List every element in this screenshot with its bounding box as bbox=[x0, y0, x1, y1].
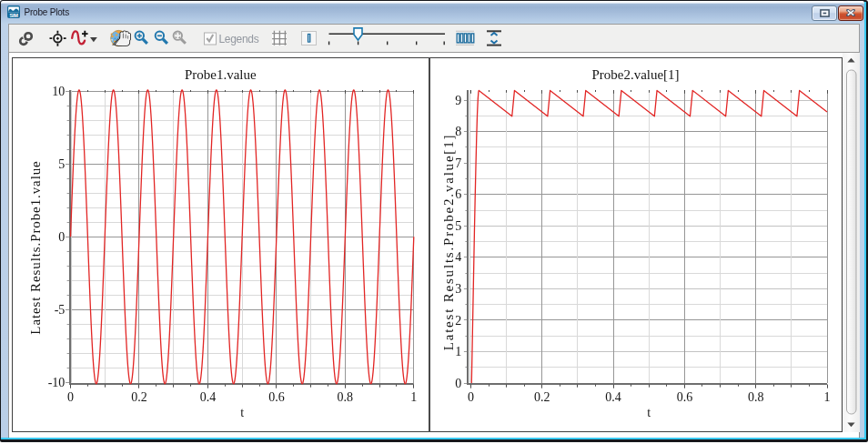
svg-text:10: 10 bbox=[52, 85, 65, 98]
svg-text:-5: -5 bbox=[55, 303, 66, 317]
svg-text:0: 0 bbox=[58, 230, 65, 244]
svg-text:1: 1 bbox=[824, 390, 831, 404]
svg-text:1: 1 bbox=[410, 390, 417, 404]
svg-text:0: 0 bbox=[468, 390, 474, 404]
svg-text:0.8: 0.8 bbox=[338, 390, 354, 404]
svg-text:0.2: 0.2 bbox=[534, 390, 550, 404]
svg-text:t: t bbox=[647, 406, 651, 419]
svg-text:SIM: SIM bbox=[9, 13, 18, 18]
svg-text:9: 9 bbox=[455, 94, 461, 107]
svg-text:Probe2.value[1]: Probe2.value[1] bbox=[591, 67, 679, 82]
svg-text:Latest Results.Probe1.value: Latest Results.Probe1.value bbox=[28, 160, 43, 334]
svg-text:0.2: 0.2 bbox=[131, 390, 147, 404]
svg-text:5: 5 bbox=[58, 157, 65, 171]
svg-text:0.4: 0.4 bbox=[605, 390, 621, 404]
svg-text:t: t bbox=[240, 406, 244, 419]
svg-text:Probe1.value: Probe1.value bbox=[185, 67, 257, 82]
svg-text:Latest Results.Probe2.value[1]: Latest Results.Probe2.value[1] bbox=[441, 134, 456, 351]
svg-text:Legends: Legends bbox=[219, 33, 259, 45]
svg-text:0: 0 bbox=[67, 390, 74, 404]
svg-text:-10: -10 bbox=[48, 376, 66, 389]
svg-text:0: 0 bbox=[455, 377, 461, 390]
svg-text:0.6: 0.6 bbox=[677, 390, 693, 404]
svg-text:0.4: 0.4 bbox=[200, 390, 217, 404]
svg-text:0.6: 0.6 bbox=[268, 390, 285, 404]
svg-text:0.8: 0.8 bbox=[748, 390, 764, 404]
